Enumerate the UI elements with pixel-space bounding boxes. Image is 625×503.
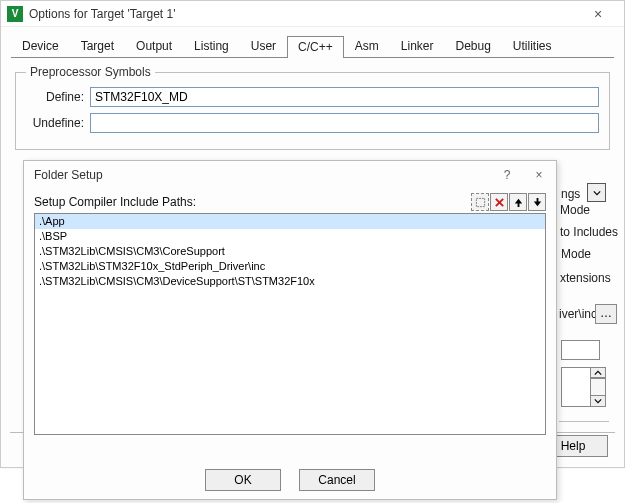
preprocessor-groupbox: Preprocessor Symbols Define: Undefine:	[15, 72, 610, 150]
list-item[interactable]: .\STM32Lib\CMSIS\CM3\CoreSupport	[35, 244, 545, 259]
new-path-button[interactable]	[471, 193, 489, 211]
tab-listing[interactable]: Listing	[183, 35, 240, 57]
fragment-mode2: Mode	[561, 247, 591, 261]
list-item[interactable]: .\BSP	[35, 229, 545, 244]
paths-toolbar	[471, 193, 546, 211]
svg-rect-0	[476, 198, 484, 206]
delete-path-button[interactable]	[490, 193, 508, 211]
tab-device[interactable]: Device	[11, 35, 70, 57]
list-item[interactable]: .\App	[35, 214, 545, 229]
options-titlebar: V Options for Target 'Target 1' ×	[1, 1, 624, 27]
folder-titlebar: Folder Setup ? ×	[24, 161, 556, 189]
scroll-spinner[interactable]	[590, 367, 606, 407]
tab-c-cpp[interactable]: C/C++	[287, 36, 344, 58]
new-icon	[475, 197, 486, 208]
fragment-iver-inc: iver\inc	[559, 307, 597, 321]
dialog-buttons: OK Cancel	[24, 469, 556, 491]
folder-setup-dialog: Folder Setup ? × Setup Compiler Include …	[23, 160, 557, 500]
define-input[interactable]	[90, 87, 599, 107]
fragment-extensions: xtensions	[560, 271, 611, 285]
undefine-input[interactable]	[90, 113, 599, 133]
delete-icon	[494, 197, 505, 208]
move-down-button[interactable]	[528, 193, 546, 211]
close-icon[interactable]: ×	[532, 168, 546, 182]
cancel-button[interactable]: Cancel	[299, 469, 375, 491]
tab-strip: Device Target Output Listing User C/C++ …	[11, 35, 614, 57]
folder-title: Folder Setup	[34, 168, 103, 182]
fragment-ngs: ngs	[561, 187, 580, 201]
partial-textbox[interactable]	[561, 340, 600, 360]
partial-listbox	[561, 367, 590, 407]
arrow-down-icon	[532, 197, 543, 208]
tab-linker[interactable]: Linker	[390, 35, 445, 57]
browse-button[interactable]: …	[595, 304, 617, 324]
paths-label: Setup Compiler Include Paths:	[34, 195, 196, 209]
define-label: Define:	[26, 90, 84, 104]
preprocessor-legend: Preprocessor Symbols	[26, 65, 155, 79]
include-paths-list[interactable]: .\App .\BSP .\STM32Lib\CMSIS\CM3\CoreSup…	[34, 213, 546, 435]
tab-debug[interactable]: Debug	[444, 35, 501, 57]
arrow-up-icon[interactable]	[590, 367, 606, 378]
arrow-down-icon[interactable]	[590, 396, 606, 407]
fragment-to-includes: to Includes	[560, 225, 618, 239]
chevron-down-icon	[593, 189, 601, 197]
tab-asm[interactable]: Asm	[344, 35, 390, 57]
tab-output[interactable]: Output	[125, 35, 183, 57]
ok-button[interactable]: OK	[205, 469, 281, 491]
tab-utilities[interactable]: Utilities	[502, 35, 563, 57]
fragment-mode1: Mode	[560, 203, 590, 217]
list-item[interactable]: .\STM32Lib\CMSIS\CM3\DeviceSupport\ST\ST…	[35, 274, 545, 289]
list-item[interactable]: .\STM32Lib\STM32F10x_StdPeriph_Driver\in…	[35, 259, 545, 274]
move-up-button[interactable]	[509, 193, 527, 211]
arrow-up-icon	[513, 197, 524, 208]
app-icon: V	[7, 6, 23, 22]
close-icon[interactable]: ×	[578, 6, 618, 22]
tab-target[interactable]: Target	[70, 35, 125, 57]
help-icon[interactable]: ?	[500, 168, 514, 182]
window-title: Options for Target 'Target 1'	[29, 7, 175, 21]
dropdown-button[interactable]	[587, 183, 606, 202]
undefine-label: Undefine:	[26, 116, 84, 130]
scroll-track	[590, 378, 606, 396]
paths-label-row: Setup Compiler Include Paths:	[34, 193, 546, 211]
groupbox-border-fragment	[559, 421, 609, 422]
tab-user[interactable]: User	[240, 35, 287, 57]
